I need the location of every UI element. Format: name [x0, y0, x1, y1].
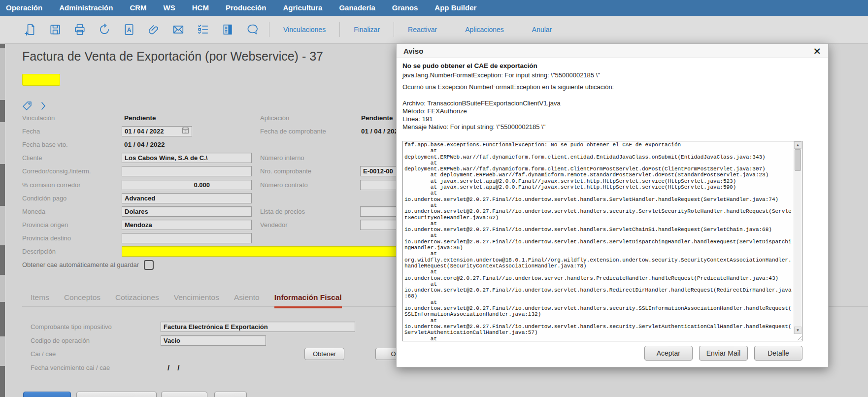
history-icon[interactable]	[99, 24, 110, 35]
descripcion-input[interactable]	[122, 246, 437, 257]
dialog-footer: Aceptar Enviar Mail Detalle	[402, 346, 802, 361]
toolbar-separator	[339, 22, 340, 37]
error-metodo: Método: FEXAuthorize	[402, 107, 822, 115]
fecha-base-vto-value: 01 / 04 / 2022	[122, 141, 165, 148]
fiscal-row: Fecha vencimiento cai / cae / /	[31, 361, 161, 374]
corredor-input[interactable]	[122, 166, 252, 176]
vinculacion-status: Pendiente	[122, 114, 156, 122]
document-a-icon[interactable]: A	[123, 24, 135, 35]
bottom-action-button[interactable]	[214, 392, 247, 397]
fiscal-row: Codigo de operación Vacio	[31, 334, 266, 347]
toolbar-separator	[518, 22, 518, 37]
nav-item-crm[interactable]: CRM	[121, 0, 155, 16]
nav-item-hcm[interactable]: HCM	[184, 0, 217, 16]
condicion-pago-input[interactable]: Advanced	[122, 193, 252, 203]
tab-informacion-fiscal[interactable]: Información Fiscal	[274, 293, 342, 308]
save-icon[interactable]	[49, 24, 61, 35]
obtener-cae-checkbox[interactable]	[144, 260, 154, 270]
fecha-vencimiento-cae-value: / /	[167, 364, 183, 372]
error-linea: Línea: 191	[402, 115, 822, 123]
fiscal-row: Comprobante tipo impositivo Factura Elec…	[31, 320, 355, 333]
close-icon[interactable]: ×	[811, 46, 823, 56]
toolbar-link-anular[interactable]: Anular	[525, 26, 559, 33]
toolbar-link-finalizar[interactable]: Finalizar	[347, 26, 387, 33]
nav-item-granos[interactable]: Granos	[384, 0, 427, 16]
new-document-icon[interactable]	[25, 24, 36, 35]
form-row: Provincia destino	[22, 232, 441, 245]
calendar-icon[interactable]	[182, 127, 189, 136]
print-icon[interactable]	[74, 24, 86, 35]
provincia-origen-input[interactable]: Mendoza	[122, 220, 252, 230]
svg-text:A: A	[127, 27, 132, 33]
error-location: Archivo: TransaccionBSuiteFEExportacionC…	[402, 99, 822, 131]
attachment-icon[interactable]	[148, 24, 160, 35]
tab-vencimientos[interactable]: Vencimientos	[174, 293, 219, 308]
top-navbar: Operación Administración CRM WS HCM Prod…	[0, 0, 868, 16]
nav-item-produccion[interactable]: Producción	[217, 0, 275, 16]
left-edge-strip	[0, 43, 5, 397]
detalle-button[interactable]: Detalle	[754, 346, 802, 361]
comprobante-tipo-impositivo-input[interactable]: Factura Electrónica E Exportación	[161, 322, 355, 332]
nav-item-operacion[interactable]: Operación	[0, 0, 51, 16]
nav-item-agricultura[interactable]: Agricultura	[274, 0, 331, 16]
aceptar-button[interactable]: Aceptar	[644, 346, 693, 361]
report-icon[interactable]	[222, 24, 234, 35]
checklist-icon[interactable]	[197, 24, 209, 35]
error-occurred-line: Ocurrió una Excepción NumberFormatExcept…	[402, 83, 822, 91]
tab-items[interactable]: Items	[31, 293, 49, 308]
dialog-header: Aviso ×	[397, 44, 828, 58]
dialog-title: Aviso	[397, 47, 423, 55]
highlighted-field	[22, 74, 60, 86]
comment-icon[interactable]	[246, 24, 258, 35]
nav-item-ws[interactable]: WS	[155, 0, 184, 16]
toolbar-link-vinculaciones[interactable]: Vinculaciones	[276, 26, 333, 33]
codigo-operacion-input[interactable]: Vacio	[161, 335, 266, 346]
fecha-input[interactable]: 01 / 04 / 2022	[122, 126, 192, 136]
toolbar-link-reactivar[interactable]: Reactivar	[401, 26, 444, 33]
bottom-action-button[interactable]	[76, 392, 157, 397]
nav-item-administracion[interactable]: Administración	[51, 0, 121, 16]
scroll-down-icon[interactable]: ▼	[794, 327, 801, 334]
toolbar-separator	[451, 22, 451, 37]
toolbar-separator	[269, 22, 269, 37]
app-window: Operación Administración CRM WS HCM Prod…	[0, 0, 868, 397]
obtener-cae-button[interactable]: Obtener	[304, 348, 344, 360]
scrollbar-thumb[interactable]	[795, 149, 801, 171]
enviar-mail-button[interactable]: Enviar Mail	[699, 346, 748, 361]
stack-trace-textarea[interactable]: faf.app.base.exceptions.FunctionalExcept…	[402, 141, 802, 341]
aplicacion-status: Pendiente	[360, 114, 393, 122]
error-mensaje: Mensaje Nativo: For input string: \"5500…	[402, 123, 822, 131]
comision-corredor-input[interactable]: 0.000	[122, 180, 252, 190]
nav-item-ganaderia[interactable]: Ganadería	[331, 0, 383, 16]
form-row: Descripción	[22, 245, 441, 258]
email-icon[interactable]	[172, 24, 184, 35]
bottom-action-primary-button[interactable]	[23, 392, 71, 397]
error-archivo: Archivo: TransaccionBSuiteFEExportacionC…	[402, 99, 822, 107]
stack-trace-text: faf.app.base.exceptions.FunctionalExcept…	[403, 141, 794, 341]
toolbar-link-aplicaciones[interactable]: Aplicaciones	[458, 26, 511, 33]
dialog-body: No se pudo obtener el CAE de exportación…	[397, 58, 828, 366]
nav-item-app-builder[interactable]: App Builder	[426, 0, 485, 16]
tab-conceptos[interactable]: Conceptos	[64, 293, 100, 308]
toolbar-separator	[394, 22, 394, 37]
cliente-input[interactable]: Los Cabos Wine, S.A de C.\	[122, 153, 252, 163]
provincia-destino-input[interactable]	[122, 233, 252, 243]
bottom-action-button[interactable]	[161, 392, 207, 397]
aviso-dialog: Aviso × No se pudo obtener el CAE de exp…	[396, 43, 829, 367]
form-row: Obtener cae automáticamente al guardar	[22, 258, 441, 271]
moneda-input[interactable]: Dolares	[122, 206, 252, 217]
error-exception-line: java.lang.NumberFormatException: For inp…	[402, 71, 822, 79]
resize-grip[interactable]	[796, 334, 801, 340]
scroll-up-icon[interactable]: ▲	[794, 141, 801, 149]
toolbar: A Vinculaciones Finalizar Reactivar A	[0, 16, 868, 44]
tab-asiento[interactable]: Asiento	[234, 293, 260, 308]
error-title: No se pudo obtener el CAE de exportación	[402, 62, 822, 69]
page-title: Factura de Venta de Exportación (por Web…	[22, 49, 323, 64]
tab-bar: Items Conceptos Cotizaciones Vencimiento…	[31, 293, 342, 308]
fecha-comprobante-value: 01 / 04 / 2022	[360, 128, 402, 135]
tab-cotizaciones[interactable]: Cotizaciones	[115, 293, 159, 308]
scrollbar[interactable]: ▲ ▼	[794, 141, 802, 334]
